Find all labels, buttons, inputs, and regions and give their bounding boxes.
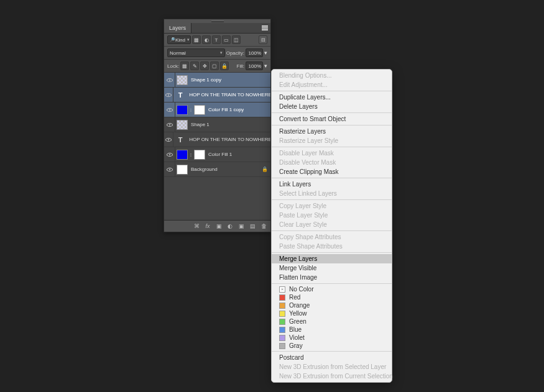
color-label-text: Red: [289, 294, 300, 301]
menu-item[interactable]: Postcard: [272, 353, 392, 362]
menu-item[interactable]: Merge Layers: [272, 254, 392, 263]
menu-item[interactable]: Duplicate Layers...: [272, 93, 392, 102]
violet-swatch-icon: [279, 335, 285, 341]
eye-icon: [167, 123, 173, 127]
layer-row[interactable]: THOP ON THE TRAIN TO NOWHERE BAB...: [164, 88, 270, 103]
new-layer-icon[interactable]: ▤: [249, 222, 256, 230]
filter-shape-icon[interactable]: ▭: [222, 35, 231, 44]
fx-icon[interactable]: fx: [204, 222, 211, 230]
menu-item: New 3D Extrusion from Selected Layer: [272, 362, 392, 371]
color-label-option[interactable]: ×No Color: [272, 285, 392, 293]
visibility-toggle[interactable]: [164, 147, 175, 162]
layer-row[interactable]: ⋮Color Fill 1 copy: [164, 103, 270, 117]
menu-item[interactable]: Flatten Image: [272, 273, 392, 282]
color-label-option[interactable]: Gray: [272, 342, 392, 350]
color-label-option[interactable]: Red: [272, 293, 392, 301]
lock-pixels-icon[interactable]: ✎: [190, 62, 199, 70]
filter-adjust-icon[interactable]: ◐: [202, 35, 211, 44]
layer-row[interactable]: Background🔒: [164, 162, 270, 177]
layer-name[interactable]: Color Fill 1: [206, 152, 232, 157]
menu-item: Select Linked Layers: [272, 189, 392, 198]
adjustment-icon[interactable]: ◐: [226, 222, 234, 230]
menu-item[interactable]: Merge Visible: [272, 263, 392, 273]
color-label-text: Blue: [289, 326, 302, 333]
lock-label: Lock:: [167, 63, 179, 69]
color-label-text: Orange: [289, 302, 310, 309]
layer-name[interactable]: Shape 1 copy: [189, 77, 221, 83]
layer-row[interactable]: Shape 1 copy: [164, 73, 270, 88]
filter-pixel-icon[interactable]: ▩: [192, 35, 201, 44]
yellow-swatch-icon: [279, 311, 285, 317]
tab-layers[interactable]: Layers: [164, 23, 191, 33]
menu-item[interactable]: Convert to Smart Object: [272, 114, 392, 124]
menu-item[interactable]: Link Layers: [272, 180, 392, 189]
menu-item: Paste Shape Attributes: [272, 242, 392, 251]
mask-link-icon[interactable]: ⋮: [189, 152, 193, 157]
link-layers-icon[interactable]: ⌘: [193, 222, 200, 230]
group-icon[interactable]: ▣: [237, 222, 245, 230]
menu-item: Paste Layer Style: [272, 211, 392, 220]
color-label-option[interactable]: Yellow: [272, 309, 392, 317]
eye-icon: [167, 153, 173, 157]
opacity-input[interactable]: 100%: [246, 48, 263, 57]
color-label-text: Violet: [289, 334, 305, 341]
visibility-toggle[interactable]: [164, 103, 175, 117]
fill-label: Fill:: [237, 63, 244, 69]
filter-kind-select[interactable]: 🔎 Kind ▾: [167, 35, 191, 44]
color-label-option[interactable]: Green: [272, 317, 392, 326]
menu-item[interactable]: Delete Layers: [272, 102, 392, 111]
lock-position-icon[interactable]: ✥: [200, 62, 209, 70]
menu-separator: [272, 199, 392, 200]
type-layer-icon: T: [175, 135, 186, 145]
menu-item: Copy Layer Style: [272, 201, 392, 211]
panel-menu-button[interactable]: [259, 23, 270, 33]
menu-item[interactable]: Create Clipping Mask: [272, 167, 392, 176]
color-label-option[interactable]: Orange: [272, 301, 392, 309]
menu-separator: [272, 283, 392, 284]
color-label-text: No Color: [289, 286, 313, 293]
visibility-toggle[interactable]: [164, 117, 175, 132]
mask-link-icon[interactable]: ⋮: [189, 107, 193, 112]
layer-thumbnail: [177, 75, 188, 85]
opacity-caret-icon[interactable]: ▾: [264, 50, 267, 56]
gray-swatch-icon: [279, 343, 285, 349]
layer-name[interactable]: HOP ON THE TRAIN TO NOWHERE BABY: [187, 137, 270, 142]
visibility-toggle[interactable]: [164, 73, 175, 87]
layer-name[interactable]: Shape 1: [189, 122, 210, 127]
layer-name[interactable]: Background: [189, 166, 218, 172]
layer-name[interactable]: Color Fill 1 copy: [206, 107, 244, 112]
mask-icon[interactable]: ▣: [215, 222, 223, 230]
layer-name[interactable]: HOP ON THE TRAIN TO NOWHERE BAB...: [187, 92, 270, 98]
color-label-option[interactable]: Blue: [272, 326, 392, 334]
filter-smart-icon[interactable]: ◫: [232, 35, 241, 44]
color-label-option[interactable]: Violet: [272, 334, 392, 342]
lock-row: Lock: ▩ ✎ ✥ ▢ 🔒 Fill: 100% ▾: [164, 60, 270, 73]
orange-swatch-icon: [279, 303, 285, 309]
layer-context-menu: Blending Options...Edit Adjustment...Dup…: [271, 69, 392, 383]
menu-item[interactable]: Rasterize Layers: [272, 127, 392, 136]
visibility-toggle[interactable]: [164, 162, 175, 176]
menu-item: New 3D Extrusion from Current Selection: [272, 371, 392, 381]
lock-artboard-icon[interactable]: ▢: [210, 62, 219, 70]
fill-input[interactable]: 100%: [246, 62, 263, 70]
layer-row[interactable]: Shape 1: [164, 117, 270, 132]
menu-separator: [272, 91, 392, 91]
blend-mode-select[interactable]: Normal ▾: [167, 48, 225, 57]
layer-row[interactable]: THOP ON THE TRAIN TO NOWHERE BABY: [164, 132, 270, 147]
layers-empty-area[interactable]: [164, 177, 270, 221]
opacity-label: Opacity:: [226, 50, 244, 56]
fill-caret-icon[interactable]: ▾: [264, 63, 267, 69]
trash-icon[interactable]: 🗑: [260, 222, 267, 230]
eye-icon: [167, 78, 173, 82]
none-swatch-icon: ×: [279, 286, 285, 293]
eye-icon: [165, 138, 172, 142]
lock-transparency-icon[interactable]: ▩: [180, 62, 189, 70]
visibility-toggle[interactable]: [164, 88, 173, 102]
layer-row[interactable]: ⋮Color Fill 1: [164, 147, 270, 162]
filter-type-icon[interactable]: T: [212, 35, 221, 44]
lock-all-icon[interactable]: 🔒: [220, 62, 229, 70]
type-layer-icon: T: [175, 90, 186, 100]
color-label-text: Yellow: [289, 310, 307, 317]
visibility-toggle[interactable]: [164, 132, 173, 147]
filter-toggle-icon[interactable]: ⊟: [259, 35, 267, 44]
